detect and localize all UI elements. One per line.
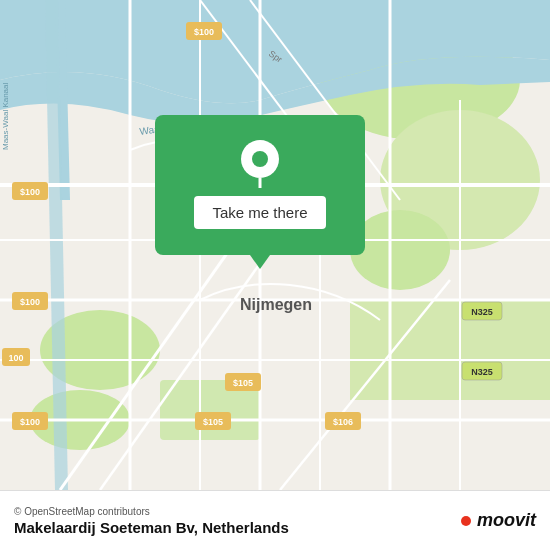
location-pin (238, 142, 282, 186)
take-me-there-button[interactable]: Take me there (194, 196, 325, 229)
svg-point-3 (350, 210, 450, 290)
svg-text:$106: $106 (333, 417, 353, 427)
osm-credit: © OpenStreetMap contributors (14, 506, 289, 517)
svg-text:$105: $105 (203, 417, 223, 427)
svg-text:Maas-Waal Kanaal: Maas-Waal Kanaal (1, 82, 10, 150)
svg-rect-4 (350, 300, 550, 400)
svg-text:$100: $100 (20, 297, 40, 307)
bottom-bar: © OpenStreetMap contributors Makelaardij… (0, 490, 550, 550)
svg-text:$100: $100 (194, 27, 214, 37)
svg-text:$105: $105 (233, 378, 253, 388)
svg-text:Nijmegen: Nijmegen (240, 296, 312, 313)
moovit-dot-icon (461, 516, 471, 526)
moovit-logo: moovit (461, 510, 536, 531)
svg-text:N325: N325 (471, 367, 493, 377)
bottom-left-info: © OpenStreetMap contributors Makelaardij… (14, 506, 289, 536)
svg-text:$100: $100 (20, 187, 40, 197)
svg-text:$100: $100 (20, 417, 40, 427)
svg-text:100: 100 (8, 353, 23, 363)
location-name: Makelaardij Soeteman Bv, Netherlands (14, 519, 289, 536)
popup-overlay: Take me there (155, 115, 365, 255)
map-container: Nijmegen Waal Maas-Waal Kanaal $100 $100… (0, 0, 550, 490)
svg-point-49 (252, 151, 268, 167)
moovit-logo-text: moovit (477, 510, 536, 531)
svg-text:N325: N325 (471, 307, 493, 317)
